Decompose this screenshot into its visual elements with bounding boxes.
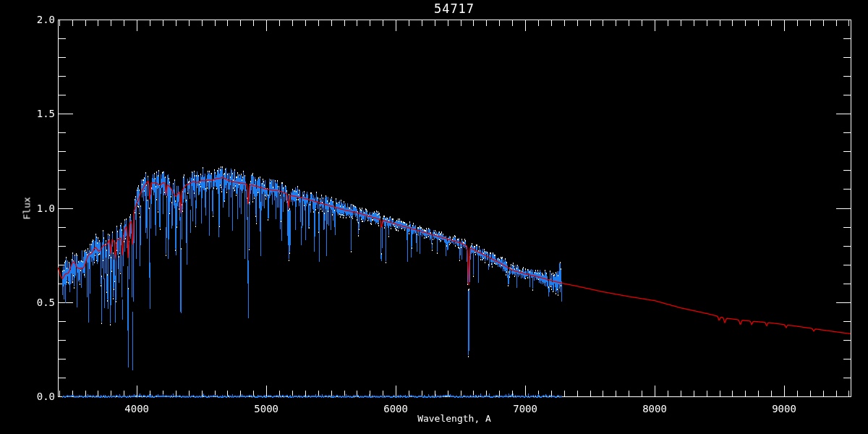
spectrum-figure: 54717 Wavelength, A Flux (0, 0, 868, 434)
plot-title: 54717 (58, 1, 851, 16)
spectrum-plot-canvas (0, 0, 868, 434)
x-axis-label: Wavelength, A (58, 413, 851, 424)
y-axis-label: Flux (22, 197, 33, 219)
